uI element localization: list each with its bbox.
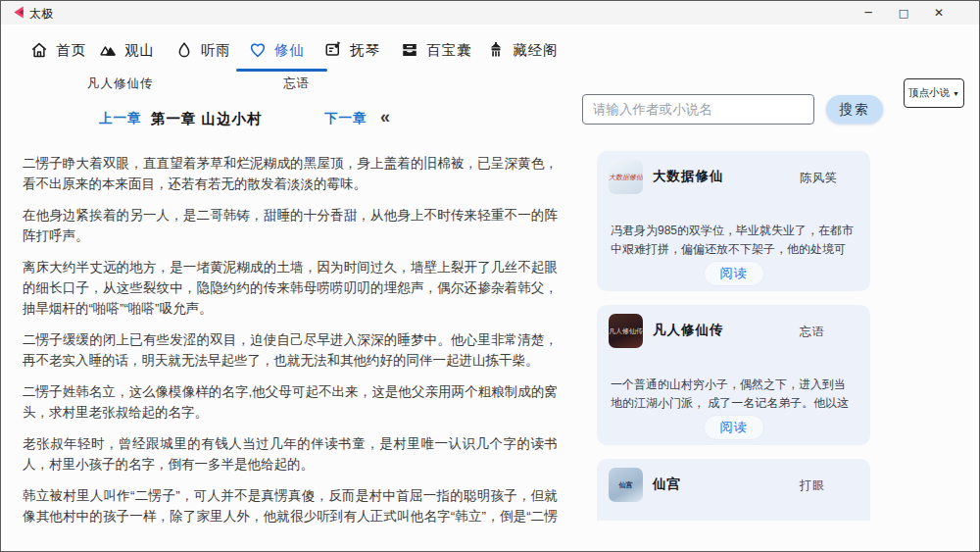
book-title: 仙宫 [653,476,681,493]
treasure-chest-icon [401,41,418,59]
book-author: 忘语 [800,324,825,340]
paragraph: 二愣子缓缓的闭上已有些发涩的双目，迫使自己尽早进入深深的睡梦中。他心里非常清楚，… [23,329,558,371]
book-cover: 凡人修仙传 [609,314,643,348]
maximize-button[interactable]: □ [889,1,918,25]
tab-fuqin-label: 抚琴 [350,41,380,60]
app-title: 太极 [29,6,53,23]
collapse-panel-icon[interactable]: « [380,107,390,127]
chevron-down-icon: ▼ [953,90,959,97]
close-button[interactable]: ✕ [924,1,954,25]
paragraph: 老张叔年轻时，曾经跟城里的有钱人当过几年的伴读书童，是村里唯一认识几个字的读书人… [23,433,558,475]
chapter-title: 第一章 山边小村 [151,110,263,128]
book-author: 打眼 [800,477,825,494]
main-nav: 首页 观山 听雨 修仙 抚琴 百宝囊 藏经阁 凡人修仙传 忘语 [1,25,979,99]
active-tab-underline [236,69,327,72]
title-bar: 太极 ─ □ ✕ [1,1,979,25]
tab-xiuxian-label: 修仙 [274,41,305,60]
pavilion-icon [487,41,505,59]
app-logo-icon [11,5,25,20]
prev-chapter-link[interactable]: 上一章 [99,110,142,127]
book-author: 陈风笑 [800,170,838,186]
tab-home[interactable]: 首页 [30,38,86,62]
read-button[interactable]: 阅读 [704,415,764,440]
tab-home-label: 首页 [56,41,86,60]
search-button[interactable]: 搜索 [826,95,883,124]
mountain-icon [99,41,117,59]
book-card[interactable]: 凡人修仙传 凡人修仙传 忘语 一个普通的山村穷小子，偶然之下，进入到当地的江湖小… [597,305,870,445]
novel-source-dropdown[interactable]: 顶点小说 ▼ [904,78,964,108]
book-title: 凡人修仙传 [653,322,724,339]
current-author-subtitle: 忘语 [283,75,310,92]
tab-cangjingge-label: 藏经阁 [513,41,559,60]
tab-baibaonang[interactable]: 百宝囊 [401,38,472,62]
tab-xiuxian[interactable]: 修仙 [249,38,305,62]
book-cover: 大数据修仙 [609,160,643,194]
book-card[interactable]: 大数据修仙 大数据修仙 陈风笑 冯君身为985的双学位，毕业就失业了，在都市中艰… [597,151,870,291]
next-chapter-link[interactable]: 下一章 [324,110,368,127]
novel-source-value: 顶点小说 [908,86,950,100]
tab-cangjingge[interactable]: 藏经阁 [487,38,559,62]
search-input[interactable] [582,94,814,125]
book-description: 一个普通的山村穷小子，偶然之下，进入到当地的江湖小门派， 成了一名记名弟子。他以… [611,376,857,413]
paragraph: 离床大约半丈远的地方，是一堵黄泥糊成的土墙，因为时间过久，墙壁上裂开了几丝不起眼… [23,257,558,319]
heart-icon [249,41,267,59]
book-card[interactable]: 仙宫 仙宫 打眼 阅读 [597,459,870,521]
paragraph: 韩立被村里人叫作“二愣子”，可人并不是真愣真傻，反而是村中首屈一指的聪明孩子，但… [23,485,558,527]
raindrop-icon [175,41,193,59]
book-cover: 仙宫 [609,468,643,502]
tab-tingyu[interactable]: 听雨 [175,38,231,62]
paragraph: 二愣子姓韩名立，这么像模像样的名字,他父母可起不出来，这是他父亲用两个粗粮制成的… [23,381,558,423]
tab-guanshan-label: 观山 [124,41,155,60]
read-button[interactable]: 阅读 [704,261,764,286]
current-book-subtitle: 凡人修仙传 [87,75,154,92]
tab-tingyu-label: 听雨 [201,41,231,60]
tab-baibaonang-label: 百宝囊 [426,41,472,60]
home-icon [30,41,48,59]
chapter-nav: 上一章 第一章 山边小村 下一章 « [1,110,579,131]
paragraph: 在他身边紧挨着的另一人，是二哥韩铸，甜睡的十分香甜，从他身上不时传来轻重不一的阵… [23,205,558,246]
app-window: 太极 ─ □ ✕ 首页 观山 听雨 修仙 抚琴 百宝囊 [0,0,980,552]
minimize-button[interactable]: ─ [854,1,883,25]
tab-guanshan[interactable]: 观山 [99,38,155,62]
paragraph: 二愣子睁大着双眼，直直望着茅草和烂泥糊成的黑屋顶，身上盖着的旧棉被，已呈深黄色，… [23,153,558,194]
chapter-text: 二愣子睁大着双眼，直直望着茅草和烂泥糊成的黑屋顶，身上盖着的旧棉被，已呈深黄色，… [23,153,558,527]
music-score-icon [324,41,342,59]
book-description: 冯君身为985的双学位，毕业就失业了，在都市中艰难打拼，偏偏还放不下架子，他的处… [611,222,857,259]
book-title: 大数据修仙 [653,168,724,185]
tab-fuqin[interactable]: 抚琴 [324,38,380,62]
search-results-list: 大数据修仙 大数据修仙 陈风笑 冯君身为985的双学位，毕业就失业了，在都市中艰… [597,151,870,521]
